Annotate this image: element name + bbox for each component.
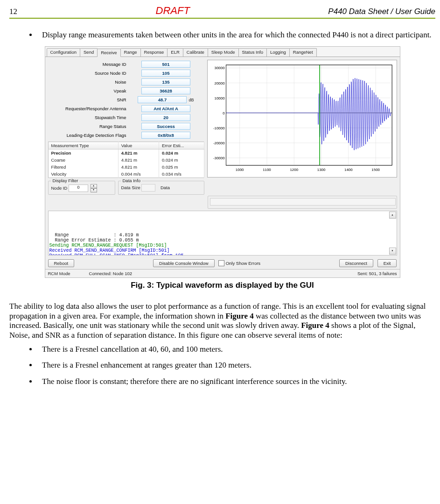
data-size-label: Data Size	[121, 185, 140, 190]
svg-text:-20000: -20000	[213, 141, 224, 145]
table-row: Precision4.821 m0.024 m	[48, 149, 204, 157]
list-item: There is a Fresnel cancellation at 40, 6…	[37, 345, 435, 354]
field-value: 0x8/0x8	[141, 132, 190, 139]
field-value: 36628	[141, 87, 190, 94]
only-show-errors-checkbox[interactable]: Only Show Errors	[218, 260, 260, 266]
svg-text:1000: 1000	[235, 168, 244, 172]
console-line: Range Error Estimate : 0.055 m	[49, 238, 396, 243]
display-filter-group: Display Filter Node ID 0 ▴▾	[48, 181, 115, 195]
field-value: Ant A/Ant A	[141, 105, 190, 112]
tab-response[interactable]: Response	[140, 48, 168, 57]
checkbox-label: Only Show Errors	[226, 261, 260, 266]
scroll-down-button[interactable]: ▾	[389, 248, 396, 255]
list-item: There is a Fresnel enhancement at ranges…	[37, 361, 435, 370]
field-value: 135	[141, 78, 190, 85]
tab-logging[interactable]: Logging	[266, 48, 290, 57]
field-value: 501	[141, 61, 190, 68]
figure-3: ConfigurationSendReceiveRangeResponseELR…	[9, 46, 435, 290]
svg-text:1200: 1200	[290, 168, 298, 172]
svg-text:-10000: -10000	[213, 126, 224, 130]
scroll-up-button[interactable]: ▴	[389, 212, 396, 219]
figure-caption: Fig. 3: Typical waveform as displayed by…	[9, 281, 435, 290]
svg-text:1500: 1500	[371, 168, 380, 172]
page-header: 12 DRAFT P440 Data Sheet / User Guide	[9, 5, 435, 17]
document-title: P440 Data Sheet / User Guide	[328, 7, 435, 16]
status-sent: Sent: 501, 3 failures	[357, 271, 397, 276]
field-label: Range Status	[48, 122, 128, 131]
bullet-list-top: Display range measurements taken between…	[9, 30, 435, 40]
group-label: Data Info	[121, 178, 142, 183]
app-screenshot: ConfigurationSendReceiveRangeResponseELR…	[45, 46, 400, 278]
field-label: SNR	[48, 95, 128, 104]
waveform-chart: -30000-20000-100000100002000030000100011…	[207, 60, 397, 177]
group-label: Display Filter	[51, 178, 80, 183]
status-mode: RCM Mode	[48, 271, 70, 276]
data-info-bar	[208, 196, 397, 209]
table-row: Filtered4.821 m0.025 m	[48, 163, 204, 170]
field-label: Source Node ID	[48, 69, 128, 78]
body-paragraph: The ability to log data also allows the …	[9, 302, 435, 340]
left-column: Message ID 501Source Node ID 105Noise 13…	[48, 60, 204, 195]
field-label: Leading-Edge Detection Flags	[48, 131, 128, 140]
console-window: ▴ ▾ Range : 4.819 m Range Error Estimate…	[48, 211, 397, 256]
tab-calibrate[interactable]: Calibrate	[183, 48, 208, 57]
svg-text:1300: 1300	[317, 168, 325, 172]
reboot-button[interactable]: Reboot	[48, 259, 75, 267]
svg-text:10000: 10000	[214, 96, 225, 100]
column-header: Value	[118, 142, 159, 149]
data-field	[210, 198, 396, 206]
table-row: Velocity0.004 m/s0.034 m/s	[48, 170, 204, 178]
field-value: 48.7	[138, 96, 187, 103]
field-label: Stopwatch Time	[48, 113, 128, 122]
data-info-group: Data Info Data Size Data	[118, 181, 204, 195]
svg-text:30000: 30000	[214, 66, 225, 71]
list-item: The noise floor is constant; therefore t…	[37, 377, 435, 386]
field-label: Message ID	[48, 60, 128, 69]
header-rule	[9, 18, 435, 19]
disconnect-button[interactable]: Disconnect	[339, 259, 373, 267]
list-item: Display range measurements taken between…	[37, 30, 435, 40]
tab-send[interactable]: Send	[80, 48, 98, 57]
field-label: Noise	[48, 78, 128, 86]
svg-text:0: 0	[223, 111, 225, 115]
console-line: Sending RCM_SEND_RANGE_REQUEST [MsgID:50…	[49, 243, 396, 248]
console-line: Range : 4.819 m	[49, 233, 396, 238]
bullet-list-bottom: There is a Fresnel cancellation at 40, 6…	[9, 345, 435, 386]
table-row: Coarse4.821 m0.024 m	[48, 156, 204, 163]
data-label: Data	[161, 185, 170, 190]
tab-range[interactable]: Range	[120, 48, 141, 57]
tab-rangenet[interactable]: RangeNet	[289, 48, 317, 57]
exit-button[interactable]: Exit	[377, 259, 397, 267]
page-number: 12	[9, 7, 17, 16]
svg-text:-30000: -30000	[213, 156, 224, 160]
disable-console-button[interactable]: Disable Console Window	[153, 259, 215, 267]
field-label: Vpeak	[48, 86, 128, 95]
svg-text:20000: 20000	[214, 81, 225, 85]
console-line: Received RCM_FULL_SCAN_INFO [MsgID:501] …	[49, 253, 396, 256]
column-header: Measurement Type	[48, 142, 118, 149]
column-header: Error Esti...	[159, 142, 204, 149]
field-label: Requester/Responder Antenna	[48, 104, 128, 113]
tab-configuration[interactable]: Configuration	[47, 48, 81, 57]
node-id-label: Node ID	[51, 185, 68, 191]
draft-watermark: DRAFT	[156, 5, 190, 17]
status-connection: Connected: Node 102	[89, 271, 132, 276]
status-bar: RCM Mode Connected: Node 102 Sent: 501, …	[45, 269, 400, 277]
field-unit: dB	[187, 98, 194, 102]
tab-sleep-mode[interactable]: Sleep Mode	[208, 48, 239, 57]
tab-receive[interactable]: Receive	[97, 49, 120, 57]
svg-text:1100: 1100	[263, 168, 271, 172]
data-size-field	[141, 184, 155, 192]
bottom-button-bar: Reboot Disable Console Window Only Show …	[45, 257, 400, 269]
tab-elr[interactable]: ELR	[167, 48, 183, 57]
kv-table: Message ID 501Source Node ID 105Noise 13…	[48, 60, 204, 140]
measurement-table: Measurement TypeValueError Esti...Precis…	[48, 142, 204, 178]
svg-text:1400: 1400	[344, 168, 353, 172]
tab-strip: ConfigurationSendReceiveRangeResponseELR…	[45, 47, 400, 57]
console-line: Received RCM_SEND_RANGE_CONFIRM [MsgID:5…	[49, 248, 396, 253]
node-id-stepper[interactable]: ▴▾	[91, 184, 97, 192]
checkbox-icon	[218, 260, 224, 266]
tab-status-info[interactable]: Status Info	[238, 48, 267, 57]
field-value: Success	[141, 123, 190, 130]
node-id-input[interactable]: 0	[69, 185, 88, 192]
